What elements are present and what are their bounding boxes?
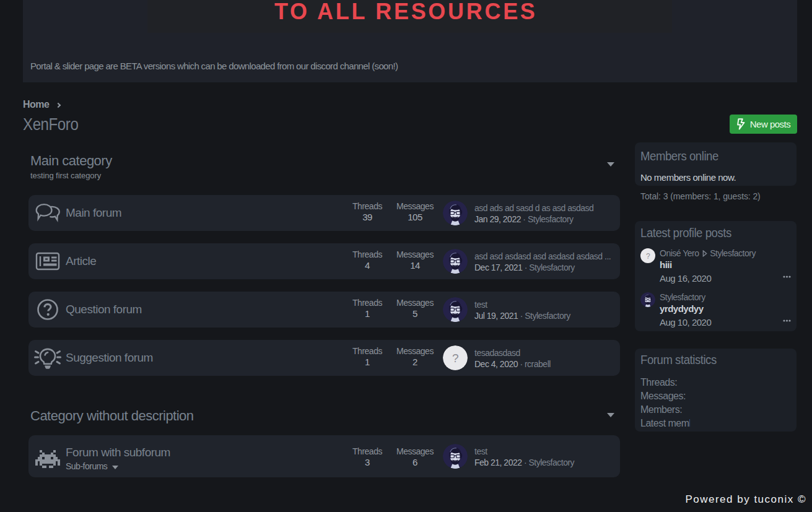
svg-text:?: ?: [452, 352, 458, 365]
svg-text:?: ?: [646, 252, 650, 261]
